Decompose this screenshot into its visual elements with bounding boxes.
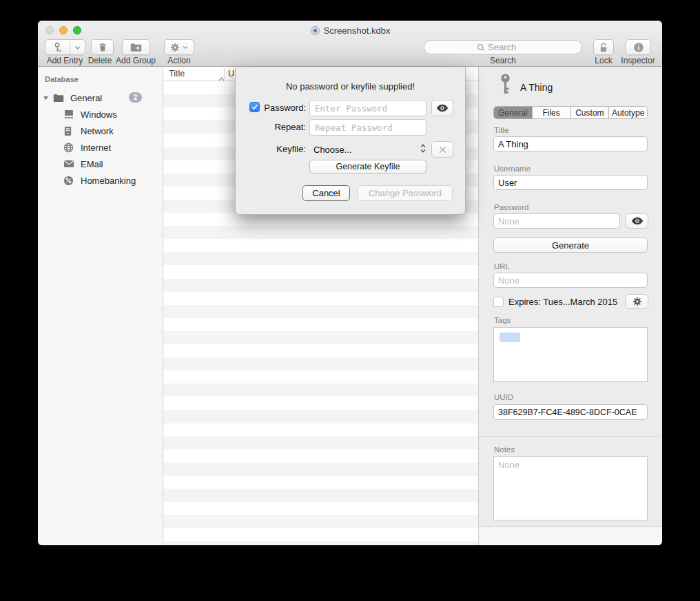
app-window: Screenshot.kdbx Add Entry Delete Add Gro…	[38, 21, 662, 545]
window-title: Screenshot.kdbx	[324, 25, 391, 36]
sidebar-item-label: Network	[81, 126, 114, 136]
entry-title: A Thing	[520, 82, 553, 93]
lock-button[interactable]	[593, 39, 614, 55]
stepper-icon	[420, 143, 426, 157]
sidebar-item-internet[interactable]: Internet	[38, 139, 163, 156]
sidebar-item-label: Internet	[81, 143, 111, 153]
sidebar-item-label: General	[70, 93, 102, 103]
add-entry-dropdown-arrow[interactable]	[70, 40, 85, 54]
expires-checkbox[interactable]	[493, 297, 504, 307]
reveal-password-button[interactable]	[626, 213, 648, 229]
search-input[interactable]	[488, 42, 529, 52]
uuid-field[interactable]	[493, 404, 648, 420]
add-entry-button[interactable]	[45, 39, 85, 55]
key-plus-icon[interactable]	[45, 40, 70, 54]
disclosure-triangle-icon[interactable]	[43, 96, 50, 101]
window-title-row: Screenshot.kdbx	[38, 24, 662, 36]
expires-row: Expires: Tues...March 2015	[493, 294, 617, 309]
inspector-label: Inspector	[614, 56, 662, 65]
tab-autotype[interactable]: Autotype	[609, 107, 647, 118]
tab-general[interactable]: General	[494, 107, 533, 118]
expires-label: Expires: Tues...March 2015	[508, 297, 617, 307]
notes-divider	[479, 436, 662, 437]
entry-count-badge: 2	[129, 92, 142, 103]
envelope-icon	[63, 160, 75, 168]
lock-open-icon	[599, 42, 608, 53]
clear-keyfile-button[interactable]	[431, 141, 453, 158]
notes-field[interactable]	[493, 456, 648, 520]
url-field[interactable]	[493, 273, 648, 288]
folder-plus-icon	[130, 43, 142, 52]
inspector-footer	[479, 526, 662, 545]
sidebar-header: Database	[45, 75, 79, 83]
password-field[interactable]	[493, 213, 620, 229]
change-password-sheet: No password or keyfile supplied! Passwor…	[235, 67, 466, 215]
sidebar-item-label: EMail	[81, 159, 103, 169]
generate-keyfile-button[interactable]: Generate Keyfile	[309, 160, 426, 173]
trash-icon	[98, 42, 107, 52]
inspector-panel: A Thing General Files Custom Autotype Ti…	[479, 67, 662, 545]
uuid-label: UUID	[494, 393, 513, 401]
keyfile-value: Choose...	[313, 145, 352, 155]
action-label: Action	[155, 56, 203, 65]
reveal-password-button[interactable]	[431, 100, 453, 116]
tag-pill[interactable]	[500, 333, 520, 342]
document-icon	[310, 25, 320, 36]
sheet-warning-message: No password or keyfile supplied!	[236, 81, 465, 92]
add-group-button[interactable]	[122, 39, 150, 55]
eye-icon	[436, 104, 449, 112]
sidebar-item-network[interactable]: Network	[38, 123, 163, 139]
inspector-tabs: General Files Custom Autotype	[493, 106, 648, 119]
url-label: URL	[494, 262, 510, 271]
inspector-button[interactable]	[626, 39, 651, 55]
sidebar-item-email[interactable]: EMail	[38, 156, 163, 172]
server-icon	[63, 126, 75, 136]
cancel-button[interactable]: Cancel	[302, 185, 350, 201]
sidebar-item-homebanking[interactable]: Homebanking	[38, 172, 163, 189]
username-label: Username	[494, 165, 531, 173]
keyfile-popup[interactable]: Choose...	[309, 141, 430, 158]
change-password-button: Change Password	[358, 185, 453, 201]
column-header-title[interactable]: Title	[169, 69, 185, 78]
sidebar-item-windows[interactable]: Windows	[38, 106, 163, 123]
search-icon	[477, 43, 485, 52]
repeat-label: Repeat:	[237, 122, 306, 132]
action-button[interactable]	[164, 39, 194, 55]
eye-icon	[631, 217, 644, 225]
globe-icon	[63, 143, 75, 153]
notes-label: Notes	[494, 445, 515, 454]
delete-button[interactable]	[91, 39, 114, 55]
gear-icon	[170, 43, 180, 52]
tab-files[interactable]: Files	[533, 107, 571, 118]
generate-password-button[interactable]: Generate	[493, 238, 648, 253]
sidebar-item-label: Homebanking	[81, 176, 136, 186]
tags-box[interactable]	[493, 327, 648, 382]
folder-icon	[53, 94, 65, 103]
sidebar-item-label: Windows	[81, 109, 117, 120]
gear-icon	[632, 297, 642, 306]
username-field[interactable]	[493, 175, 648, 190]
search-label: Search	[479, 56, 527, 65]
key-icon	[499, 74, 512, 95]
chevron-down-icon	[183, 45, 188, 49]
column-divider[interactable]	[224, 68, 225, 79]
title-label: Title	[494, 126, 508, 134]
percent-circle-icon	[63, 176, 75, 186]
group-sidebar: Database General 2 Windows Network Inter…	[38, 67, 163, 545]
titlebar-toolbar: Screenshot.kdbx Add Entry Delete Add Gro…	[38, 21, 662, 67]
expires-settings-button[interactable]	[626, 294, 648, 309]
close-x-icon	[438, 145, 447, 154]
password-input[interactable]	[309, 100, 426, 116]
column-header-username[interactable]: U	[228, 69, 234, 78]
password-label: Password	[494, 203, 529, 211]
tags-label: Tags	[494, 316, 511, 324]
windows-icon	[63, 109, 75, 119]
tab-custom[interactable]: Custom	[571, 107, 610, 118]
password-label: Password:	[237, 103, 306, 113]
title-field[interactable]	[493, 136, 648, 151]
keyfile-label: Keyfile:	[237, 144, 306, 154]
search-field[interactable]	[424, 40, 582, 54]
info-icon	[633, 42, 644, 53]
sidebar-item-general[interactable]: General 2	[38, 89, 163, 106]
repeat-input[interactable]	[309, 119, 426, 136]
